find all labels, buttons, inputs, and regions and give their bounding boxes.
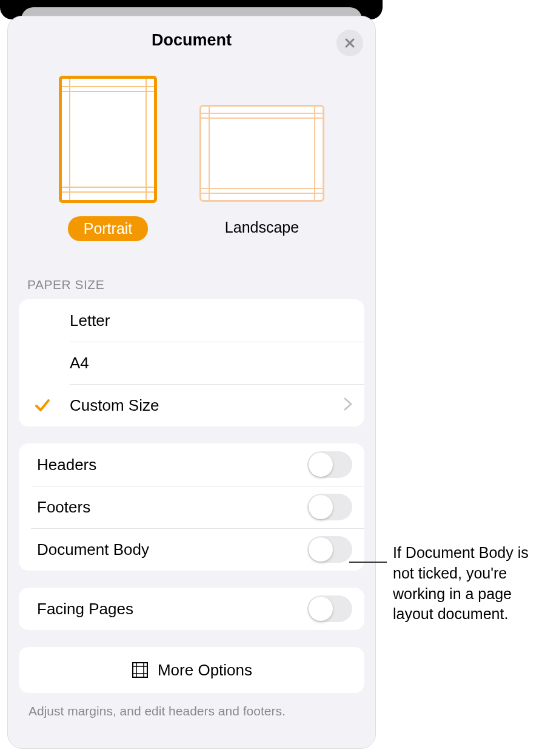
footers-label: Footers	[31, 498, 307, 517]
facing-pages-row: Facing Pages	[19, 588, 364, 630]
paper-size-label: A4	[70, 354, 352, 373]
footers-row: Footers	[19, 486, 364, 528]
orientation-landscape[interactable]: Landscape	[199, 76, 324, 241]
orientation-selector: Portrait Landscape	[8, 64, 375, 259]
landscape-thumb	[199, 105, 324, 202]
headers-label: Headers	[31, 456, 307, 474]
chevron-right-icon	[344, 397, 352, 413]
close-icon	[344, 38, 355, 48]
sheet-header: Document	[8, 16, 375, 64]
orientation-portrait[interactable]: Portrait	[59, 76, 157, 241]
more-options-group: More Options	[19, 647, 364, 693]
portrait-label: Portrait	[68, 216, 149, 241]
facing-pages-toggle[interactable]	[307, 595, 352, 622]
footers-toggle[interactable]	[307, 494, 352, 520]
close-button[interactable]	[336, 30, 363, 56]
paper-size-group: Letter A4 Custom Size	[19, 299, 364, 426]
landscape-label: Landscape	[209, 215, 315, 240]
more-options-label: More Options	[158, 661, 252, 680]
document-body-label: Document Body	[31, 540, 307, 559]
paper-size-letter[interactable]: Letter	[19, 299, 364, 342]
paper-size-a4[interactable]: A4	[19, 342, 364, 384]
headers-toggle[interactable]	[307, 451, 352, 478]
svg-rect-0	[133, 663, 147, 677]
document-body-row: Document Body	[19, 528, 364, 571]
footer-hint: Adjust margins, and edit headers and foo…	[8, 693, 375, 718]
more-options-button[interactable]: More Options	[19, 647, 364, 693]
sheet-title: Document	[152, 31, 232, 50]
checkmark-icon	[35, 397, 50, 413]
toggles-group: Headers Footers Document Body	[19, 443, 364, 571]
callout-text: If Document Body is not ticked, you're w…	[393, 543, 536, 625]
portrait-thumb	[59, 76, 157, 203]
paper-size-custom[interactable]: Custom Size	[19, 384, 364, 426]
headers-row: Headers	[19, 443, 364, 486]
facing-pages-label: Facing Pages	[31, 600, 307, 618]
paper-size-label: Letter	[70, 311, 352, 330]
document-settings-sheet: Document Portrait	[7, 16, 376, 749]
paper-size-header: PAPER SIZE	[8, 259, 375, 297]
check-slot	[31, 397, 70, 413]
margins-icon	[131, 661, 149, 679]
facing-pages-group: Facing Pages	[19, 588, 364, 630]
document-body-toggle[interactable]	[307, 536, 352, 563]
callout-leader-line	[349, 562, 387, 563]
paper-size-label: Custom Size	[70, 396, 344, 415]
